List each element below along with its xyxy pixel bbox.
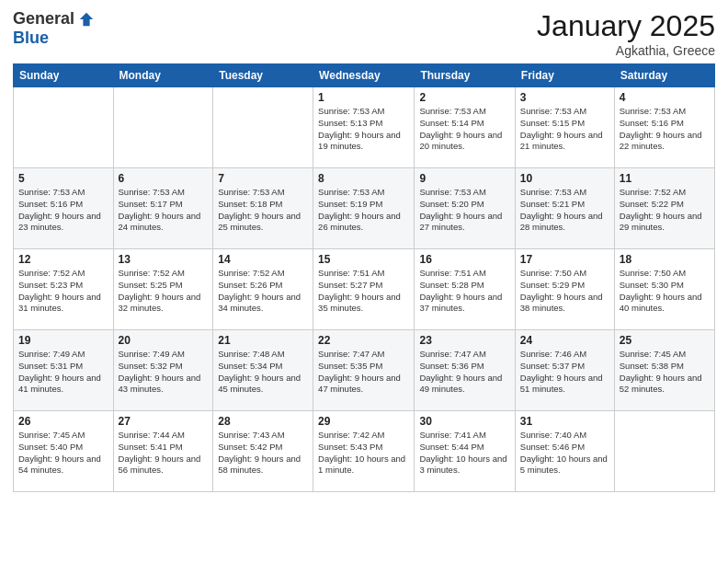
day-number: 19 — [18, 334, 108, 347]
header-row: General Blue January 2025 Agkathia, Gree… — [13, 9, 715, 58]
day-number: 23 — [419, 334, 509, 347]
day-detail: Sunrise: 7:53 AM Sunset: 5:19 PM Dayligh… — [318, 187, 409, 234]
day-detail: Sunrise: 7:50 AM Sunset: 5:30 PM Dayligh… — [620, 268, 710, 315]
month-title: January 2025 — [537, 9, 715, 43]
day-number: 16 — [419, 253, 509, 266]
day-number: 14 — [218, 253, 308, 266]
calendar-cell: 17Sunrise: 7:50 AM Sunset: 5:29 PM Dayli… — [515, 249, 614, 330]
day-number: 11 — [620, 172, 710, 185]
day-detail: Sunrise: 7:47 AM Sunset: 5:36 PM Dayligh… — [419, 349, 509, 396]
calendar-cell: 2Sunrise: 7:53 AM Sunset: 5:14 PM Daylig… — [415, 87, 515, 168]
day-detail: Sunrise: 7:53 AM Sunset: 5:20 PM Dayligh… — [419, 187, 509, 234]
logo-area: General Blue — [13, 9, 95, 48]
day-detail: Sunrise: 7:42 AM Sunset: 5:43 PM Dayligh… — [318, 430, 409, 477]
weekday-header-friday: Friday — [515, 64, 614, 87]
week-row-0: 1Sunrise: 7:53 AM Sunset: 5:13 PM Daylig… — [14, 87, 715, 168]
day-detail: Sunrise: 7:49 AM Sunset: 5:32 PM Dayligh… — [119, 349, 209, 396]
day-number: 18 — [620, 253, 710, 266]
day-detail: Sunrise: 7:45 AM Sunset: 5:38 PM Dayligh… — [620, 349, 710, 396]
day-number: 25 — [620, 334, 710, 347]
day-number: 10 — [520, 172, 609, 185]
calendar-cell: 5Sunrise: 7:53 AM Sunset: 5:16 PM Daylig… — [14, 168, 114, 249]
day-number: 5 — [18, 172, 108, 185]
weekday-header-tuesday: Tuesday — [213, 64, 313, 87]
calendar-cell: 30Sunrise: 7:41 AM Sunset: 5:44 PM Dayli… — [415, 411, 515, 492]
calendar-cell: 24Sunrise: 7:46 AM Sunset: 5:37 PM Dayli… — [515, 330, 614, 411]
calendar-cell: 1Sunrise: 7:53 AM Sunset: 5:13 PM Daylig… — [313, 87, 415, 168]
day-detail: Sunrise: 7:44 AM Sunset: 5:41 PM Dayligh… — [119, 430, 209, 477]
day-number: 9 — [419, 172, 509, 185]
calendar-cell: 9Sunrise: 7:53 AM Sunset: 5:20 PM Daylig… — [415, 168, 515, 249]
calendar-cell: 20Sunrise: 7:49 AM Sunset: 5:32 PM Dayli… — [113, 330, 213, 411]
day-number: 12 — [18, 253, 108, 266]
day-number: 27 — [119, 415, 209, 428]
day-detail: Sunrise: 7:53 AM Sunset: 5:16 PM Dayligh… — [620, 106, 710, 153]
day-number: 22 — [318, 334, 409, 347]
logo: General — [13, 9, 95, 29]
calendar-cell: 7Sunrise: 7:53 AM Sunset: 5:18 PM Daylig… — [213, 168, 313, 249]
day-detail: Sunrise: 7:48 AM Sunset: 5:34 PM Dayligh… — [218, 349, 308, 396]
calendar-cell: 31Sunrise: 7:40 AM Sunset: 5:46 PM Dayli… — [515, 411, 614, 492]
day-detail: Sunrise: 7:47 AM Sunset: 5:35 PM Dayligh… — [318, 349, 409, 396]
day-detail: Sunrise: 7:52 AM Sunset: 5:26 PM Dayligh… — [218, 268, 308, 315]
day-number: 17 — [520, 253, 609, 266]
day-detail: Sunrise: 7:53 AM Sunset: 5:17 PM Dayligh… — [119, 187, 209, 234]
day-number: 15 — [318, 253, 409, 266]
calendar-cell: 21Sunrise: 7:48 AM Sunset: 5:34 PM Dayli… — [213, 330, 313, 411]
day-number: 4 — [620, 91, 710, 104]
weekday-header-monday: Monday — [113, 64, 213, 87]
calendar-cell: 16Sunrise: 7:51 AM Sunset: 5:28 PM Dayli… — [415, 249, 515, 330]
calendar-cell: 22Sunrise: 7:47 AM Sunset: 5:35 PM Dayli… — [313, 330, 415, 411]
weekday-header-row: SundayMondayTuesdayWednesdayThursdayFrid… — [14, 64, 715, 87]
day-detail: Sunrise: 7:53 AM Sunset: 5:13 PM Dayligh… — [318, 106, 409, 153]
day-detail: Sunrise: 7:46 AM Sunset: 5:37 PM Dayligh… — [520, 349, 609, 396]
calendar-cell: 14Sunrise: 7:52 AM Sunset: 5:26 PM Dayli… — [213, 249, 313, 330]
calendar-cell: 23Sunrise: 7:47 AM Sunset: 5:36 PM Dayli… — [415, 330, 515, 411]
day-detail: Sunrise: 7:53 AM Sunset: 5:18 PM Dayligh… — [218, 187, 308, 234]
calendar-cell — [614, 411, 714, 492]
day-number: 31 — [520, 415, 609, 428]
weekday-header-thursday: Thursday — [415, 64, 515, 87]
location-title: Agkathia, Greece — [537, 43, 715, 58]
day-detail: Sunrise: 7:52 AM Sunset: 5:25 PM Dayligh… — [119, 268, 209, 315]
calendar-cell: 15Sunrise: 7:51 AM Sunset: 5:27 PM Dayli… — [313, 249, 415, 330]
day-detail: Sunrise: 7:41 AM Sunset: 5:44 PM Dayligh… — [419, 430, 509, 477]
day-number: 7 — [218, 172, 308, 185]
day-number: 20 — [119, 334, 209, 347]
calendar-cell: 18Sunrise: 7:50 AM Sunset: 5:30 PM Dayli… — [614, 249, 714, 330]
calendar-cell: 27Sunrise: 7:44 AM Sunset: 5:41 PM Dayli… — [113, 411, 213, 492]
calendar-cell: 11Sunrise: 7:52 AM Sunset: 5:22 PM Dayli… — [614, 168, 714, 249]
day-number: 30 — [419, 415, 509, 428]
calendar-cell: 26Sunrise: 7:45 AM Sunset: 5:40 PM Dayli… — [14, 411, 114, 492]
day-number: 21 — [218, 334, 308, 347]
day-number: 29 — [318, 415, 409, 428]
day-detail: Sunrise: 7:53 AM Sunset: 5:15 PM Dayligh… — [520, 106, 609, 153]
day-number: 8 — [318, 172, 409, 185]
main-container: General Blue January 2025 Agkathia, Gree… — [0, 0, 728, 500]
calendar-cell: 19Sunrise: 7:49 AM Sunset: 5:31 PM Dayli… — [14, 330, 114, 411]
day-number: 28 — [218, 415, 308, 428]
calendar-cell: 13Sunrise: 7:52 AM Sunset: 5:25 PM Dayli… — [113, 249, 213, 330]
calendar-cell — [213, 87, 313, 168]
day-detail: Sunrise: 7:50 AM Sunset: 5:29 PM Dayligh… — [520, 268, 609, 315]
week-row-1: 5Sunrise: 7:53 AM Sunset: 5:16 PM Daylig… — [14, 168, 715, 249]
day-number: 13 — [119, 253, 209, 266]
logo-blue-text: Blue — [13, 29, 49, 48]
calendar-cell: 29Sunrise: 7:42 AM Sunset: 5:43 PM Dayli… — [313, 411, 415, 492]
day-detail: Sunrise: 7:51 AM Sunset: 5:27 PM Dayligh… — [318, 268, 409, 315]
calendar-cell: 4Sunrise: 7:53 AM Sunset: 5:16 PM Daylig… — [614, 87, 714, 168]
weekday-header-saturday: Saturday — [614, 64, 714, 87]
day-detail: Sunrise: 7:43 AM Sunset: 5:42 PM Dayligh… — [218, 430, 308, 477]
calendar-table: SundayMondayTuesdayWednesdayThursdayFrid… — [13, 63, 715, 492]
day-number: 2 — [419, 91, 509, 104]
day-number: 26 — [18, 415, 108, 428]
logo-icon — [78, 11, 95, 28]
day-number: 6 — [119, 172, 209, 185]
week-row-4: 26Sunrise: 7:45 AM Sunset: 5:40 PM Dayli… — [14, 411, 715, 492]
day-detail: Sunrise: 7:40 AM Sunset: 5:46 PM Dayligh… — [520, 430, 609, 477]
day-detail: Sunrise: 7:51 AM Sunset: 5:28 PM Dayligh… — [419, 268, 509, 315]
calendar-cell: 25Sunrise: 7:45 AM Sunset: 5:38 PM Dayli… — [614, 330, 714, 411]
weekday-header-sunday: Sunday — [14, 64, 114, 87]
day-detail: Sunrise: 7:53 AM Sunset: 5:16 PM Dayligh… — [18, 187, 108, 234]
calendar-cell: 8Sunrise: 7:53 AM Sunset: 5:19 PM Daylig… — [313, 168, 415, 249]
